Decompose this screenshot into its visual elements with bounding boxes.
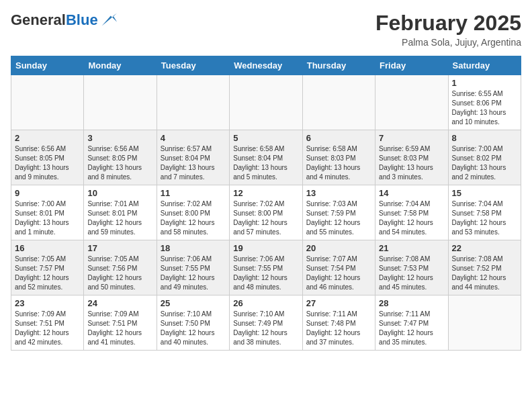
day-cell: 15Sunrise: 7:04 AMSunset: 7:58 PMDayligh… <box>448 185 521 240</box>
day-info: Sunrise: 7:11 AMSunset: 7:47 PMDaylight:… <box>379 310 444 347</box>
day-cell: 13Sunrise: 7:03 AMSunset: 7:59 PMDayligh… <box>302 185 375 240</box>
weekday-monday: Monday <box>84 56 157 75</box>
title-block: February 2025 Palma Sola, Jujuy, Argenti… <box>375 11 521 48</box>
day-cell: 6Sunrise: 6:58 AMSunset: 8:03 PMDaylight… <box>302 130 375 185</box>
day-cell: 21Sunrise: 7:08 AMSunset: 7:53 PMDayligh… <box>375 240 448 295</box>
day-info: Sunrise: 7:08 AMSunset: 7:52 PMDaylight:… <box>452 255 517 292</box>
day-number: 26 <box>233 298 298 308</box>
day-number: 20 <box>306 243 371 253</box>
day-info: Sunrise: 7:10 AMSunset: 7:49 PMDaylight:… <box>233 310 298 347</box>
day-number: 25 <box>161 298 226 308</box>
day-info: Sunrise: 6:58 AMSunset: 8:04 PMDaylight:… <box>233 144 298 182</box>
day-info: Sunrise: 6:55 AMSunset: 8:06 PMDaylight:… <box>452 89 517 127</box>
day-cell: 19Sunrise: 7:06 AMSunset: 7:55 PMDayligh… <box>230 240 302 295</box>
day-info: Sunrise: 7:04 AMSunset: 7:58 PMDaylight:… <box>452 199 517 237</box>
weekday-thursday: Thursday <box>302 56 375 75</box>
day-number: 11 <box>161 188 226 198</box>
week-row-1: 2Sunrise: 6:56 AMSunset: 8:05 PMDaylight… <box>11 130 521 185</box>
header: GeneralBlue February 2025 Palma Sola, Ju… <box>11 11 521 48</box>
day-info: Sunrise: 7:05 AMSunset: 7:56 PMDaylight:… <box>87 255 152 292</box>
week-row-2: 9Sunrise: 7:00 AMSunset: 8:01 PMDaylight… <box>11 185 521 240</box>
day-cell: 4Sunrise: 6:57 AMSunset: 8:04 PMDaylight… <box>157 130 229 185</box>
day-cell <box>11 75 84 130</box>
day-number: 16 <box>15 243 80 253</box>
day-info: Sunrise: 6:56 AMSunset: 8:05 PMDaylight:… <box>15 144 80 182</box>
day-info: Sunrise: 7:06 AMSunset: 7:55 PMDaylight:… <box>161 255 226 292</box>
calendar-table: SundayMondayTuesdayWednesdayThursdayFrid… <box>11 56 521 351</box>
day-cell: 26Sunrise: 7:10 AMSunset: 7:49 PMDayligh… <box>230 295 302 351</box>
day-number: 4 <box>161 133 226 143</box>
day-number: 5 <box>233 133 298 143</box>
weekday-sunday: Sunday <box>11 56 84 75</box>
day-cell: 23Sunrise: 7:09 AMSunset: 7:51 PMDayligh… <box>11 295 84 351</box>
day-number: 24 <box>87 298 152 308</box>
day-cell: 27Sunrise: 7:11 AMSunset: 7:48 PMDayligh… <box>302 295 375 351</box>
day-info: Sunrise: 7:02 AMSunset: 8:00 PMDaylight:… <box>161 199 226 237</box>
weekday-header-row: SundayMondayTuesdayWednesdayThursdayFrid… <box>11 56 521 75</box>
day-cell: 2Sunrise: 6:56 AMSunset: 8:05 PMDaylight… <box>11 130 84 185</box>
day-info: Sunrise: 7:00 AMSunset: 8:01 PMDaylight:… <box>15 199 80 237</box>
day-cell: 25Sunrise: 7:10 AMSunset: 7:50 PMDayligh… <box>157 295 229 351</box>
day-info: Sunrise: 7:00 AMSunset: 8:02 PMDaylight:… <box>452 144 517 182</box>
day-cell: 20Sunrise: 7:07 AMSunset: 7:54 PMDayligh… <box>302 240 375 295</box>
day-cell <box>84 75 157 130</box>
day-info: Sunrise: 7:04 AMSunset: 7:58 PMDaylight:… <box>379 199 444 237</box>
day-number: 15 <box>452 188 517 198</box>
day-info: Sunrise: 7:11 AMSunset: 7:48 PMDaylight:… <box>306 310 371 347</box>
week-row-4: 23Sunrise: 7:09 AMSunset: 7:51 PMDayligh… <box>11 295 521 351</box>
day-info: Sunrise: 7:09 AMSunset: 7:51 PMDaylight:… <box>15 310 80 347</box>
day-cell: 7Sunrise: 6:59 AMSunset: 8:03 PMDaylight… <box>375 130 448 185</box>
day-cell: 10Sunrise: 7:01 AMSunset: 8:01 PMDayligh… <box>84 185 157 240</box>
weekday-wednesday: Wednesday <box>230 56 302 75</box>
day-info: Sunrise: 7:05 AMSunset: 7:57 PMDaylight:… <box>15 255 80 292</box>
day-info: Sunrise: 6:58 AMSunset: 8:03 PMDaylight:… <box>306 144 371 182</box>
day-number: 7 <box>379 133 444 143</box>
week-row-0: 1Sunrise: 6:55 AMSunset: 8:06 PMDaylight… <box>11 75 521 130</box>
day-cell: 22Sunrise: 7:08 AMSunset: 7:52 PMDayligh… <box>448 240 521 295</box>
month-title: February 2025 <box>375 11 521 36</box>
day-cell: 3Sunrise: 6:56 AMSunset: 8:05 PMDaylight… <box>84 130 157 185</box>
day-cell: 11Sunrise: 7:02 AMSunset: 8:00 PMDayligh… <box>157 185 229 240</box>
day-info: Sunrise: 6:56 AMSunset: 8:05 PMDaylight:… <box>87 144 152 182</box>
day-number: 9 <box>15 188 80 198</box>
day-cell: 5Sunrise: 6:58 AMSunset: 8:04 PMDaylight… <box>230 130 302 185</box>
day-number: 23 <box>15 298 80 308</box>
logo-general-text: GeneralBlue <box>11 12 98 28</box>
weekday-friday: Friday <box>375 56 448 75</box>
day-info: Sunrise: 7:09 AMSunset: 7:51 PMDaylight:… <box>87 310 152 347</box>
day-cell: 24Sunrise: 7:09 AMSunset: 7:51 PMDayligh… <box>84 295 157 351</box>
page: GeneralBlue February 2025 Palma Sola, Ju… <box>0 0 532 361</box>
day-number: 19 <box>233 243 298 253</box>
day-number: 10 <box>87 188 152 198</box>
day-cell <box>375 75 448 130</box>
day-info: Sunrise: 7:07 AMSunset: 7:54 PMDaylight:… <box>306 255 371 292</box>
day-info: Sunrise: 7:03 AMSunset: 7:59 PMDaylight:… <box>306 199 371 237</box>
day-info: Sunrise: 7:08 AMSunset: 7:53 PMDaylight:… <box>379 255 444 292</box>
day-cell: 14Sunrise: 7:04 AMSunset: 7:58 PMDayligh… <box>375 185 448 240</box>
svg-marker-0 <box>101 13 116 26</box>
day-number: 27 <box>306 298 371 308</box>
day-number: 28 <box>379 298 444 308</box>
day-number: 18 <box>161 243 226 253</box>
day-cell <box>448 295 521 351</box>
day-number: 1 <box>452 78 517 88</box>
day-number: 14 <box>379 188 444 198</box>
day-info: Sunrise: 7:10 AMSunset: 7:50 PMDaylight:… <box>161 310 226 347</box>
day-info: Sunrise: 7:06 AMSunset: 7:55 PMDaylight:… <box>233 255 298 292</box>
week-row-3: 16Sunrise: 7:05 AMSunset: 7:57 PMDayligh… <box>11 240 521 295</box>
weekday-tuesday: Tuesday <box>157 56 229 75</box>
day-number: 17 <box>87 243 152 253</box>
day-cell: 17Sunrise: 7:05 AMSunset: 7:56 PMDayligh… <box>84 240 157 295</box>
day-cell <box>157 75 229 130</box>
day-number: 6 <box>306 133 371 143</box>
day-cell: 8Sunrise: 7:00 AMSunset: 8:02 PMDaylight… <box>448 130 521 185</box>
day-info: Sunrise: 6:57 AMSunset: 8:04 PMDaylight:… <box>161 144 226 182</box>
day-info: Sunrise: 7:01 AMSunset: 8:01 PMDaylight:… <box>87 199 152 237</box>
day-cell: 1Sunrise: 6:55 AMSunset: 8:06 PMDaylight… <box>448 75 521 130</box>
day-cell: 28Sunrise: 7:11 AMSunset: 7:47 PMDayligh… <box>375 295 448 351</box>
day-cell: 9Sunrise: 7:00 AMSunset: 8:01 PMDaylight… <box>11 185 84 240</box>
day-number: 8 <box>452 133 517 143</box>
day-cell: 18Sunrise: 7:06 AMSunset: 7:55 PMDayligh… <box>157 240 229 295</box>
day-number: 21 <box>379 243 444 253</box>
day-cell: 12Sunrise: 7:02 AMSunset: 8:00 PMDayligh… <box>230 185 302 240</box>
